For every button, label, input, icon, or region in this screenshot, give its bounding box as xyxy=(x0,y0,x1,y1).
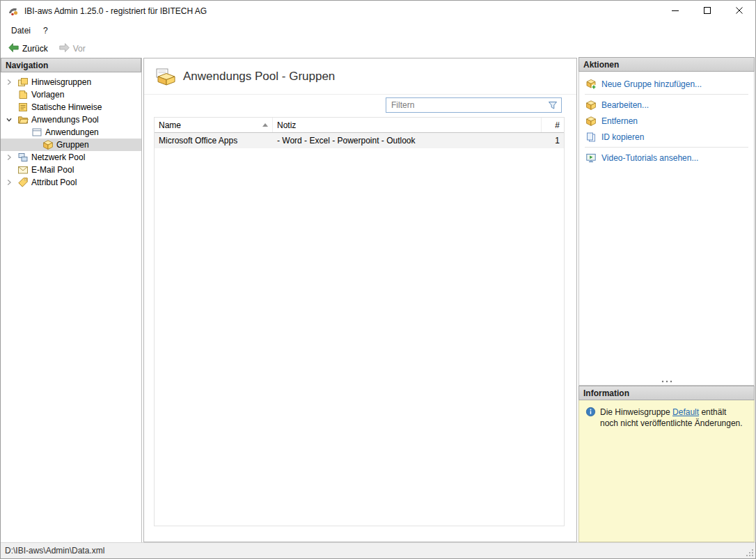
back-arrow-icon xyxy=(8,43,19,54)
window-title: IBI-aws Admin 1.25.0 - registriert für I… xyxy=(24,6,207,16)
nav-item-label: Anwendungen xyxy=(45,127,99,137)
column-header-count[interactable]: # xyxy=(542,118,564,132)
forward-arrow-icon xyxy=(59,43,70,54)
nav-item-gruppen[interactable]: Gruppen xyxy=(1,139,141,151)
column-header-label: Notiz xyxy=(277,120,296,130)
action-video-tutorials[interactable]: Video-Tutorials ansehen... xyxy=(579,150,754,166)
sort-ascending-icon xyxy=(262,123,268,127)
back-button[interactable]: Zurück xyxy=(5,41,52,56)
nav-item-label: Netzwerk Pool xyxy=(31,152,85,162)
information-text: Die Hinweisgruppe Default enthält noch n… xyxy=(600,407,746,429)
maximize-button[interactable] xyxy=(691,1,723,22)
close-button[interactable] xyxy=(723,1,755,22)
actions-panel-header: Aktionen xyxy=(578,57,755,72)
template-icon xyxy=(17,89,29,100)
nav-item-label: Anwendungs Pool xyxy=(31,115,99,125)
row-count-cell: 1 xyxy=(542,133,564,148)
close-icon xyxy=(736,6,743,16)
statusbar: D:\IBI-aws\Admin\Data.xml xyxy=(1,542,755,558)
nav-item-email-pool[interactable]: E-Mail Pool xyxy=(1,164,141,176)
add-group-icon xyxy=(585,79,597,90)
main-content-panel: Anwendungs Pool - Gruppen Name Notiz xyxy=(143,58,577,542)
application-window-icon xyxy=(31,127,42,138)
nav-item-vorlagen[interactable]: Vorlagen xyxy=(1,88,141,101)
nav-item-anwendungen[interactable]: Anwendungen xyxy=(1,126,141,139)
attribute-tag-icon xyxy=(17,177,29,188)
forward-button[interactable]: Vor xyxy=(56,41,89,56)
resize-grip[interactable] xyxy=(744,547,754,557)
chevron-down-icon[interactable] xyxy=(4,114,14,125)
network-icon xyxy=(17,152,29,163)
right-panel: Aktionen Neue Gruppe hinzufügen... Bearb… xyxy=(578,58,755,542)
menubar: Datei ? xyxy=(1,22,755,40)
action-label: Bearbeiten... xyxy=(601,100,649,110)
row-name-cell: Microsoft Office Apps xyxy=(155,133,273,148)
column-header-label: # xyxy=(555,120,560,130)
data-file-path: D:\IBI-aws\Admin\Data.xml xyxy=(5,546,104,556)
actions-list: Neue Gruppe hinzufügen... Bearbeiten... … xyxy=(579,72,754,166)
nav-item-label: Vorlagen xyxy=(31,90,64,100)
nav-item-anwendungs-pool[interactable]: Anwendungs Pool xyxy=(1,113,141,126)
main-header: Anwendungs Pool - Gruppen xyxy=(144,58,576,95)
app-window: IBI-aws Admin 1.25.0 - registriert für I… xyxy=(0,0,756,559)
action-label: Neue Gruppe hinzufügen... xyxy=(601,79,702,89)
nav-item-label: Gruppen xyxy=(56,140,89,150)
minimize-icon xyxy=(672,6,679,16)
action-label: Entfernen xyxy=(601,116,638,126)
email-icon xyxy=(17,164,29,175)
filter-funnel-icon[interactable] xyxy=(548,100,558,110)
remove-group-icon xyxy=(585,116,597,127)
row-notiz-cell: - Word - Excel - Powerpoint - Outlook xyxy=(273,133,542,148)
group-box-icon xyxy=(42,139,54,150)
table-row[interactable]: Microsoft Office Apps - Word - Excel - P… xyxy=(155,133,564,148)
open-folder-icon xyxy=(17,114,29,125)
nav-item-hinweisgruppen[interactable]: Hinweisgruppen xyxy=(1,76,141,88)
navigation-panel: Navigation Hinweisgruppen Vorlagen Stati… xyxy=(1,58,142,542)
chevron-right-icon[interactable] xyxy=(4,177,14,188)
panel-splitter-handle[interactable] xyxy=(579,380,754,383)
app-logo-icon xyxy=(8,6,19,17)
groups-table: Name Notiz # Microsoft Office Apps - Wor… xyxy=(154,117,565,526)
default-group-link[interactable]: Default xyxy=(672,407,699,417)
minimize-button[interactable] xyxy=(659,1,691,22)
action-label: Video-Tutorials ansehen... xyxy=(601,153,698,163)
filter-row xyxy=(144,95,576,116)
chevron-right-icon[interactable] xyxy=(4,152,14,163)
action-add-group[interactable]: Neue Gruppe hinzufügen... xyxy=(579,76,754,92)
action-edit[interactable]: Bearbeiten... xyxy=(579,97,754,113)
column-header-notiz[interactable]: Notiz xyxy=(273,118,542,132)
notice-groups-icon xyxy=(17,77,29,88)
menu-help[interactable]: ? xyxy=(37,24,54,38)
back-label: Zurück xyxy=(22,44,48,54)
action-remove[interactable]: Entfernen xyxy=(579,113,754,129)
column-header-name[interactable]: Name xyxy=(155,118,273,132)
groups-title-icon xyxy=(155,68,176,86)
nav-item-attribut-pool[interactable]: Attribut Pool xyxy=(1,176,141,189)
copy-id-icon xyxy=(585,132,597,143)
actions-section: Aktionen Neue Gruppe hinzufügen... Bearb… xyxy=(578,58,755,386)
filter-input[interactable] xyxy=(386,100,548,110)
information-panel-header: Information xyxy=(578,386,755,400)
action-copy-id[interactable]: ID kopieren xyxy=(579,129,754,145)
navigation-tree: Hinweisgruppen Vorlagen Statische Hinwei… xyxy=(1,72,141,189)
actions-separator xyxy=(585,94,748,95)
nav-item-label: Statische Hinweise xyxy=(31,102,102,112)
action-label: ID kopieren xyxy=(601,132,644,142)
edit-group-icon xyxy=(585,100,597,111)
information-section: Information Die Hinweisgruppe Default en… xyxy=(578,386,755,542)
nav-item-statische-hinweise[interactable]: Statische Hinweise xyxy=(1,101,141,113)
menu-datei[interactable]: Datei xyxy=(5,24,37,38)
navigation-panel-header: Navigation xyxy=(1,58,141,72)
navigation-toolbar: Zurück Vor xyxy=(1,40,755,57)
information-body: Die Hinweisgruppe Default enthält noch n… xyxy=(578,400,755,542)
chevron-right-icon[interactable] xyxy=(4,77,14,88)
nav-item-label: Hinweisgruppen xyxy=(31,77,91,87)
nav-item-netzwerk-pool[interactable]: Netzwerk Pool xyxy=(1,151,141,164)
forward-label: Vor xyxy=(73,44,86,54)
info-icon xyxy=(585,407,596,417)
window-controls xyxy=(659,1,755,22)
page-title: Anwendungs Pool - Gruppen xyxy=(183,70,335,84)
actions-separator xyxy=(585,147,748,148)
info-text-before: Die Hinweisgruppe xyxy=(600,407,672,417)
nav-item-label: Attribut Pool xyxy=(31,178,77,187)
